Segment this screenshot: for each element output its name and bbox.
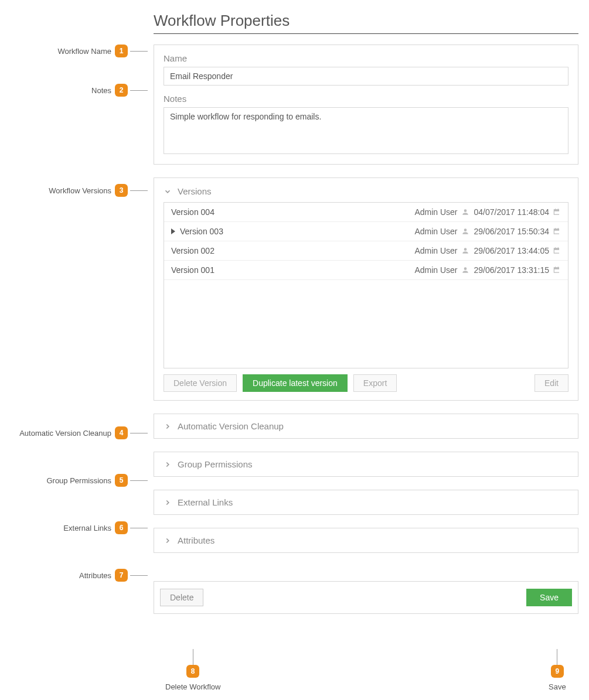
version-row[interactable]: Version 002 Admin User 29/06/2017 13:44:… xyxy=(164,241,568,261)
version-name: Version 001 xyxy=(171,265,215,275)
callout-1: Workflow Name 1 xyxy=(47,45,148,57)
versions-header: Versions xyxy=(178,186,212,196)
group-permissions-panel: Group Permissions xyxy=(154,452,578,477)
external-links-panel: External Links xyxy=(154,490,578,515)
callout-8: 8 Delete Workflow xyxy=(165,649,220,690)
name-label: Name xyxy=(164,53,568,63)
footer-panel: Delete Save xyxy=(154,581,578,614)
version-name: Version 004 xyxy=(171,207,215,217)
play-icon xyxy=(171,228,175,234)
version-date: 29/06/2017 13:44:05 xyxy=(474,246,549,255)
versions-toggle[interactable]: Versions xyxy=(164,186,568,196)
version-date: 29/06/2017 15:50:34 xyxy=(474,227,549,236)
versions-actions: Delete Version Duplicate latest version … xyxy=(164,374,568,392)
version-row[interactable]: Version 003 Admin User 29/06/2017 15:50:… xyxy=(164,222,568,241)
version-user: Admin User xyxy=(414,227,457,236)
user-icon xyxy=(461,227,469,235)
attributes-panel: Attributes xyxy=(154,528,578,553)
title-divider xyxy=(154,33,578,34)
automatic-version-cleanup-label: Automatic Version Cleanup xyxy=(178,421,284,431)
versions-empty-space xyxy=(164,280,568,368)
chevron-right-icon xyxy=(164,460,172,469)
edit-button[interactable]: Edit xyxy=(534,374,568,392)
callout-6: External Links 6 xyxy=(47,521,148,534)
notes-label: Notes xyxy=(164,94,568,104)
group-permissions-label: Group Permissions xyxy=(178,459,253,469)
version-name: Version 003 xyxy=(180,227,223,236)
automatic-version-cleanup-toggle[interactable]: Automatic Version Cleanup xyxy=(164,421,568,431)
calendar-icon xyxy=(553,266,561,274)
chevron-right-icon xyxy=(164,498,172,507)
callout-5: Group Permissions 5 xyxy=(35,474,148,487)
chevron-down-icon xyxy=(164,187,172,196)
version-user: Admin User xyxy=(414,246,457,255)
user-icon xyxy=(461,208,469,216)
attributes-toggle[interactable]: Attributes xyxy=(164,535,568,545)
chevron-right-icon xyxy=(164,537,172,545)
group-permissions-toggle[interactable]: Group Permissions xyxy=(164,459,568,469)
versions-table: Version 004 Admin User 04/07/2017 11:48:… xyxy=(164,202,568,368)
name-input[interactable] xyxy=(164,67,568,86)
duplicate-version-button[interactable]: Duplicate latest version xyxy=(243,374,348,392)
save-button[interactable]: Save xyxy=(526,589,572,606)
chevron-right-icon xyxy=(164,422,172,431)
calendar-icon xyxy=(553,227,561,235)
delete-button[interactable]: Delete xyxy=(160,589,203,606)
page-title: Workflow Properties xyxy=(154,12,578,30)
version-user: Admin User xyxy=(414,265,457,275)
external-links-toggle[interactable]: External Links xyxy=(164,497,568,507)
callout-9: 9 Save xyxy=(549,649,566,690)
callout-4: Automatic Version Cleanup 4 xyxy=(13,426,148,439)
delete-version-button[interactable]: Delete Version xyxy=(164,374,237,392)
callout-2: Notes 2 xyxy=(47,84,148,97)
attributes-label: Attributes xyxy=(178,535,215,545)
calendar-icon xyxy=(553,247,561,255)
version-row[interactable]: Version 001 Admin User 29/06/2017 13:31:… xyxy=(164,261,568,280)
callout-3: Workflow Versions 3 xyxy=(47,184,148,197)
external-links-label: External Links xyxy=(178,497,233,507)
callout-7: Attributes 7 xyxy=(47,569,148,582)
automatic-version-cleanup-panel: Automatic Version Cleanup xyxy=(154,414,578,439)
version-name: Version 002 xyxy=(171,246,215,255)
version-date: 04/07/2017 11:48:04 xyxy=(474,207,549,217)
user-icon xyxy=(461,266,469,274)
user-icon xyxy=(461,247,469,255)
export-button[interactable]: Export xyxy=(353,374,397,392)
name-notes-panel: Name Notes Simple workflow for respondin… xyxy=(154,45,578,165)
version-user: Admin User xyxy=(414,207,457,217)
notes-textarea[interactable]: Simple workflow for responding to emails… xyxy=(164,107,568,154)
calendar-icon xyxy=(553,208,561,216)
version-date: 29/06/2017 13:31:15 xyxy=(474,265,549,275)
version-row[interactable]: Version 004 Admin User 04/07/2017 11:48:… xyxy=(164,203,568,222)
versions-panel: Versions Version 004 Admin User 04/07/20… xyxy=(154,177,578,401)
